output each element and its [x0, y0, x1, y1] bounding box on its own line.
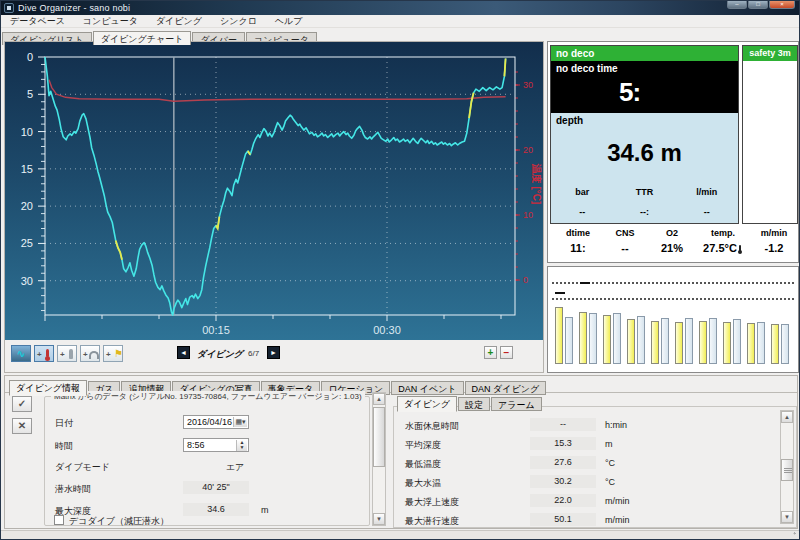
- dive-counter: 6/7: [248, 349, 259, 358]
- menu-computer[interactable]: コンピュータ: [74, 15, 147, 28]
- stat-value: 22.0: [530, 494, 596, 507]
- menu-sync[interactable]: シンクロ: [211, 15, 266, 28]
- dive-profile-svg: 05101520253000:1500:303020100温度 [°C]: [5, 42, 543, 340]
- lmin-label: l/min: [676, 187, 738, 197]
- temp-value: 27.5°C: [703, 242, 737, 254]
- no-deco-panel: no deco no deco time 5: depth 34.6 m bar…: [550, 45, 739, 224]
- profile-curve-icon[interactable]: ∿: [11, 345, 31, 362]
- application-window: Dive Organizer - sano nobi – □ × データベース …: [0, 0, 800, 540]
- app-icon: [4, 3, 14, 13]
- o2-value: 21%: [650, 242, 694, 254]
- tissue-marker-dash: [555, 292, 565, 294]
- bar-label: bar: [551, 187, 613, 197]
- zoom-out-button[interactable]: −: [500, 346, 513, 359]
- no-deco-time-value: 5:: [551, 77, 708, 108]
- scroll-down-icon[interactable]: ▼: [781, 511, 793, 523]
- tissue-loading-panel: [547, 266, 799, 373]
- close-button[interactable]: ×: [769, 1, 795, 9]
- tab-dive-info[interactable]: ダイビング情報: [9, 380, 87, 396]
- tissue-bar-yellow: [579, 312, 587, 364]
- resize-grip[interactable]: [789, 531, 797, 539]
- zoom-in-button[interactable]: +: [484, 346, 497, 359]
- tissue-loading-chart: [550, 269, 796, 370]
- depth-axis-label: 0: [27, 51, 33, 63]
- temp-axis-label: 20: [523, 145, 533, 155]
- no-deco-time-label: no deco time: [556, 63, 618, 74]
- cns-value: --: [603, 242, 647, 254]
- temp-axis-label: 30: [523, 80, 533, 90]
- status-bar: [1, 530, 799, 540]
- menu-diving[interactable]: ダイビング: [147, 15, 211, 28]
- tissue-bar-blue: [685, 318, 693, 364]
- depth-box: depth 34.6 m bar TTR l/min -- --: --: [551, 113, 738, 223]
- add-ascent-arc-icon[interactable]: +: [80, 345, 100, 362]
- tissue-bar-blue: [637, 316, 645, 364]
- chart-toolbar: ∿ + + + +⚑ ◄ ダイビング 6/7 ► + −: [5, 340, 543, 372]
- tissue-bar-yellow: [723, 322, 731, 364]
- dive-stats-scrollbar[interactable]: ▲ ▼: [780, 410, 794, 524]
- ttr-value: --:: [613, 207, 675, 217]
- stat-unit: m/min: [605, 515, 630, 525]
- thermometer-icon: [739, 245, 741, 252]
- scrollbar-thumb[interactable]: [781, 459, 793, 481]
- tab-dive-chart[interactable]: ダイビングチャート: [93, 31, 192, 45]
- prev-dive-button[interactable]: ◄: [177, 346, 190, 359]
- tissue-bar-yellow: [747, 323, 755, 364]
- tissue-bar-blue: [757, 322, 765, 364]
- no-deco-time-box: no deco time 5:: [551, 61, 738, 113]
- stat-value: 50.1: [530, 513, 596, 526]
- stat-value: 15.3: [530, 437, 596, 450]
- depth-axis-label: 20: [21, 200, 33, 212]
- depth-axis-label: 10: [21, 126, 33, 138]
- main-tab-bar: ダイビングリストダイビングチャートダイバーコンピュータ: [1, 28, 799, 41]
- add-tank-pressure-icon[interactable]: +: [57, 345, 77, 362]
- add-temperature-icon[interactable]: +: [34, 345, 54, 362]
- stat-unit: m/min: [605, 496, 630, 506]
- safety-header: safety 3m: [743, 46, 797, 61]
- tissue-guide-line: [552, 298, 794, 300]
- tissue-bar-yellow: [603, 315, 611, 364]
- dive-status-row: dtime 11: CNS -- O2 21% temp. 27.5°C m/m…: [548, 224, 798, 262]
- temp-axis-label: 10: [523, 210, 533, 220]
- stat-unit: h:min: [605, 420, 627, 430]
- depth-axis-label: 5: [27, 88, 33, 100]
- title-bar: Dive Organizer - sano nobi – □ ×: [1, 1, 799, 15]
- menu-database[interactable]: データベース: [1, 15, 74, 28]
- tissue-bar-blue: [709, 318, 717, 364]
- bar-value: --: [551, 207, 613, 217]
- depth-axis-label: 25: [21, 237, 33, 249]
- stat-label: 平均深度: [405, 439, 441, 452]
- tissue-marker-dash: [580, 282, 590, 284]
- chart-background: [5, 42, 543, 340]
- window-title: Dive Organizer - sano nobi: [18, 3, 130, 13]
- tab-stats-diving[interactable]: ダイビング: [397, 396, 457, 412]
- lmin-value: --: [676, 207, 738, 217]
- minimize-button[interactable]: –: [727, 1, 747, 9]
- scroll-up-icon[interactable]: ▲: [781, 411, 793, 423]
- stat-label: 水面休息時間: [405, 420, 459, 433]
- tissue-bar-yellow: [699, 321, 707, 364]
- temp-label: temp.: [696, 228, 750, 238]
- add-bookmark-icon[interactable]: +⚑: [103, 345, 123, 362]
- tissue-bar-yellow: [651, 321, 659, 364]
- depth-value: 34.6 m: [551, 139, 738, 167]
- maximize-button[interactable]: □: [748, 1, 768, 9]
- tissue-bar-blue: [661, 318, 669, 364]
- dtime-value: 11:: [556, 242, 600, 254]
- safety-panel: safety 3m: [742, 45, 798, 224]
- stat-label: 最低温度: [405, 458, 441, 471]
- o2-label: O2: [650, 228, 694, 238]
- dive-nav-label: ダイビング: [197, 348, 243, 361]
- menu-help[interactable]: ヘルプ: [266, 15, 312, 28]
- stat-label: 最大浮上速度: [405, 496, 459, 509]
- tissue-bar-yellow: [771, 324, 779, 364]
- stat-unit: °C: [605, 477, 615, 487]
- tissue-bar-yellow: [555, 307, 563, 364]
- dtime-label: dtime: [556, 228, 600, 238]
- dive-profile-chart[interactable]: 05101520253000:1500:303020100温度 [°C]: [5, 42, 543, 340]
- speed-warning-segment: [504, 59, 505, 77]
- tissue-bar-blue: [733, 319, 741, 364]
- menu-bar: データベース コンピュータ ダイビング シンクロ ヘルプ: [1, 15, 799, 28]
- next-dive-button[interactable]: ►: [267, 346, 280, 359]
- stat-value: 27.6: [530, 456, 596, 469]
